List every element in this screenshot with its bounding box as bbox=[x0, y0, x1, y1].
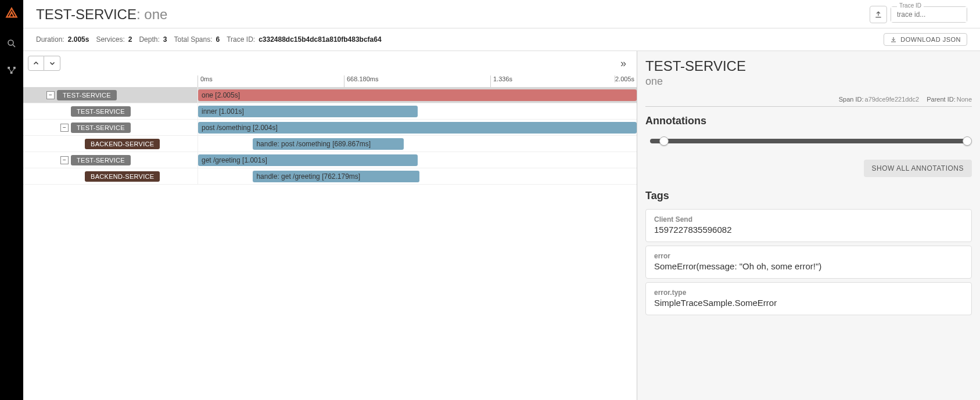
span-bar[interactable]: one [2.005s] bbox=[198, 89, 637, 101]
span-tree-cell: TEST-SERVICE bbox=[23, 106, 198, 117]
span-bar[interactable]: post /something [2.004s] bbox=[198, 122, 637, 134]
span-tree-cell: −TEST-SERVICE bbox=[23, 155, 198, 165]
span-bar-cell: one [2.005s] bbox=[198, 87, 637, 103]
search-icon[interactable] bbox=[6, 38, 17, 49]
duration-label: Duration: bbox=[36, 35, 64, 44]
tag-key: error bbox=[654, 252, 963, 260]
span-tree-cell: BACKEND-SERVICE bbox=[23, 171, 198, 182]
spans-value: 6 bbox=[216, 35, 220, 44]
service-chip: BACKEND-SERVICE bbox=[85, 171, 160, 182]
span-row[interactable]: −TEST-SERVICEpost /something [2.004s] bbox=[23, 120, 637, 136]
span-bar[interactable]: handle: get /greeting [762.179ms] bbox=[253, 171, 419, 182]
slider-handle-start[interactable] bbox=[659, 136, 669, 146]
traceid-value: c332488dc15b4dc81a810fb483bcfa64 bbox=[259, 35, 382, 44]
parent-id-value: None bbox=[957, 96, 972, 103]
tag-card: Client Send1597227835596082 bbox=[645, 209, 972, 242]
service-chip: BACKEND-SERVICE bbox=[85, 139, 160, 149]
span-row[interactable]: BACKEND-SERVICEhandle: get /greeting [76… bbox=[23, 168, 637, 185]
span-tree-cell: BACKEND-SERVICE bbox=[23, 139, 198, 149]
svg-point-0 bbox=[8, 40, 13, 45]
row-toggle[interactable]: − bbox=[60, 156, 69, 164]
span-bar[interactable]: handle: post /something [689.867ms] bbox=[253, 138, 404, 150]
trace-pane: » 0ms668.180ms1.336s2.005s −TEST-SERVICE… bbox=[23, 51, 637, 400]
collapse-up-button[interactable] bbox=[28, 56, 44, 71]
show-all-annotations-button[interactable]: SHOW ALL ANNOTATIONS bbox=[864, 160, 972, 177]
upload-button[interactable] bbox=[870, 6, 887, 23]
parent-id-label: Parent ID: bbox=[927, 96, 956, 103]
download-json-button[interactable]: DOWNLOAD JSON bbox=[884, 33, 967, 46]
expand-down-button[interactable] bbox=[44, 56, 60, 71]
span-row[interactable]: −TEST-SERVICEone [2.005s] bbox=[23, 87, 637, 103]
span-bar-cell: get /greeting [1.001s] bbox=[198, 152, 637, 168]
timeline-tick: 0ms bbox=[198, 75, 344, 87]
timeline-tick: 2.005s bbox=[615, 75, 637, 82]
dependencies-icon[interactable] bbox=[6, 65, 17, 75]
span-id-value: a79dce9fe221ddc2 bbox=[865, 96, 920, 103]
tag-card: error.typeSimpleTraceSample.SomeError bbox=[645, 282, 972, 315]
tag-value: SomeError(message: "Oh oh, some error!") bbox=[654, 261, 963, 271]
span-id-label: Span ID: bbox=[839, 96, 864, 103]
detail-service: TEST-SERVICE bbox=[645, 58, 972, 74]
duration-value: 2.005s bbox=[68, 35, 89, 44]
service-chip: TEST-SERVICE bbox=[71, 106, 131, 117]
trace-id-field: Trace ID bbox=[891, 6, 967, 23]
annotations-slider[interactable] bbox=[650, 139, 967, 143]
span-row[interactable]: TEST-SERVICEinner [1.001s] bbox=[23, 103, 637, 120]
traceid-label: Trace ID: bbox=[227, 35, 255, 44]
collapse-detail-icon[interactable]: » bbox=[620, 57, 626, 70]
sidebar bbox=[0, 0, 23, 400]
svg-line-1 bbox=[13, 45, 15, 47]
depth-label: Depth: bbox=[139, 35, 159, 44]
header: TEST-SERVICE: one Trace ID bbox=[23, 0, 980, 28]
tag-key: error.type bbox=[654, 289, 963, 297]
tag-key: Client Send bbox=[654, 215, 963, 224]
timeline-tick: 668.180ms bbox=[344, 75, 490, 87]
tags-heading: Tags bbox=[645, 190, 972, 202]
span-row[interactable]: −TEST-SERVICEget /greeting [1.001s] bbox=[23, 152, 637, 168]
span-tree-cell: −TEST-SERVICE bbox=[23, 122, 198, 133]
span-bar[interactable]: get /greeting [1.001s] bbox=[198, 154, 418, 166]
service-chip: TEST-SERVICE bbox=[57, 90, 117, 100]
title-service: TEST-SERVICE bbox=[36, 6, 137, 22]
detail-operation: one bbox=[645, 75, 972, 88]
spans-label: Total Spans: bbox=[174, 35, 213, 44]
span-bar-cell: inner [1.001s] bbox=[198, 103, 637, 119]
svg-rect-2 bbox=[8, 67, 10, 69]
services-label: Services: bbox=[96, 35, 124, 44]
span-rows: −TEST-SERVICEone [2.005s]TEST-SERVICEinn… bbox=[23, 87, 637, 185]
meta-bar: Duration: 2.005s Services: 2 Depth: 3 To… bbox=[23, 28, 980, 51]
svg-rect-3 bbox=[13, 67, 16, 69]
service-chip: TEST-SERVICE bbox=[71, 122, 131, 133]
row-toggle[interactable]: − bbox=[46, 91, 55, 99]
span-bar-cell: handle: post /something [689.867ms] bbox=[198, 136, 637, 152]
detail-pane: TEST-SERVICE one Span ID:a79dce9fe221ddc… bbox=[637, 51, 980, 400]
download-label: DOWNLOAD JSON bbox=[900, 36, 961, 43]
span-bar-cell: handle: get /greeting [762.179ms] bbox=[198, 168, 637, 184]
services-value: 2 bbox=[128, 35, 132, 44]
tag-card: errorSomeError(message: "Oh oh, some err… bbox=[645, 246, 972, 279]
trace-id-label: Trace ID bbox=[897, 2, 924, 9]
title-operation: one bbox=[144, 6, 167, 22]
svg-rect-4 bbox=[10, 71, 13, 74]
page-title: TEST-SERVICE: one bbox=[36, 6, 167, 23]
detail-ids: Span ID:a79dce9fe221ddc2 Parent ID:None bbox=[645, 96, 972, 107]
timeline-header: 0ms668.180ms1.336s2.005s bbox=[23, 75, 637, 87]
depth-value: 3 bbox=[163, 35, 167, 44]
row-toggle[interactable]: − bbox=[60, 124, 69, 132]
annotations-heading: Annotations bbox=[645, 115, 972, 127]
tag-value: 1597227835596082 bbox=[654, 225, 963, 235]
span-row[interactable]: BACKEND-SERVICEhandle: post /something [… bbox=[23, 136, 637, 152]
trace-id-input[interactable] bbox=[891, 7, 967, 22]
span-bar-cell: post /something [2.004s] bbox=[198, 120, 637, 135]
logo-icon bbox=[4, 7, 19, 22]
span-bar[interactable]: inner [1.001s] bbox=[198, 106, 418, 117]
tag-value: SimpleTraceSample.SomeError bbox=[654, 298, 963, 308]
span-tree-cell: −TEST-SERVICE bbox=[23, 90, 198, 100]
slider-handle-end[interactable] bbox=[963, 136, 972, 146]
service-chip: TEST-SERVICE bbox=[71, 155, 131, 165]
